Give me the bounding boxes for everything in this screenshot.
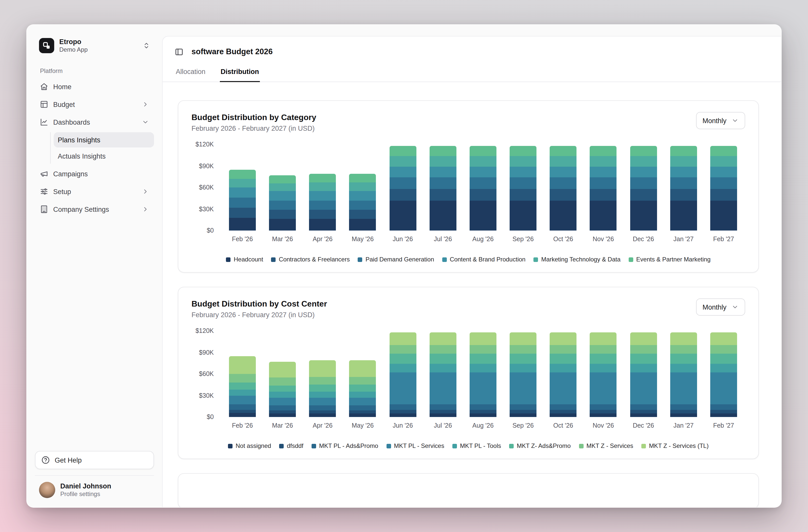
bar-segment[interactable] xyxy=(429,156,456,167)
bar-segment[interactable] xyxy=(710,372,737,404)
bar-segment[interactable] xyxy=(510,167,536,178)
bar-segment[interactable] xyxy=(429,410,456,414)
bar-segment[interactable] xyxy=(389,167,416,178)
bar-stack[interactable] xyxy=(670,146,697,231)
bar-segment[interactable] xyxy=(630,364,657,372)
bar-segment[interactable] xyxy=(309,406,336,411)
bar-segment[interactable] xyxy=(710,146,737,156)
bar-segment[interactable] xyxy=(269,183,296,191)
bar-segment[interactable] xyxy=(389,354,416,364)
bar-segment[interactable] xyxy=(510,414,536,417)
bar-segment[interactable] xyxy=(590,200,617,231)
bar-segment[interactable] xyxy=(550,354,577,364)
bar-segment[interactable] xyxy=(550,156,577,167)
bar-stack[interactable] xyxy=(309,174,336,231)
bar-stack[interactable] xyxy=(630,332,657,417)
bar-segment[interactable] xyxy=(309,410,336,413)
bar-segment[interactable] xyxy=(389,332,416,345)
bar-segment[interactable] xyxy=(389,404,416,410)
bar-segment[interactable] xyxy=(229,198,256,208)
bar-stack[interactable] xyxy=(269,362,296,417)
bar-segment[interactable] xyxy=(269,362,296,378)
bar-segment[interactable] xyxy=(309,414,336,417)
bar-segment[interactable] xyxy=(429,167,456,178)
bar-segment[interactable] xyxy=(309,210,336,219)
bar-segment[interactable] xyxy=(670,404,697,410)
bar-segment[interactable] xyxy=(710,404,737,410)
bar-stack[interactable] xyxy=(510,146,536,231)
bar-segment[interactable] xyxy=(429,364,456,372)
bar-segment[interactable] xyxy=(470,372,496,404)
tab-allocation[interactable]: Allocation xyxy=(175,66,206,81)
bar-segment[interactable] xyxy=(429,200,456,231)
bar-segment[interactable] xyxy=(229,179,256,187)
bar-segment[interactable] xyxy=(510,156,536,167)
bar-segment[interactable] xyxy=(309,219,336,231)
bar-segment[interactable] xyxy=(269,200,296,210)
bar-segment[interactable] xyxy=(309,182,336,191)
bar-segment[interactable] xyxy=(630,200,657,231)
bar-segment[interactable] xyxy=(389,345,416,354)
bar-segment[interactable] xyxy=(710,345,737,354)
bar-segment[interactable] xyxy=(309,174,336,182)
bar-segment[interactable] xyxy=(550,414,577,417)
sidebar-item-setup[interactable]: Setup xyxy=(35,183,154,200)
bar-segment[interactable] xyxy=(710,156,737,167)
bar-segment[interactable] xyxy=(470,414,496,417)
bar-segment[interactable] xyxy=(269,385,296,392)
bar-segment[interactable] xyxy=(429,189,456,200)
bar-stack[interactable] xyxy=(470,146,496,231)
bar-segment[interactable] xyxy=(670,167,697,178)
bar-segment[interactable] xyxy=(389,410,416,414)
bar-segment[interactable] xyxy=(470,410,496,414)
bar-stack[interactable] xyxy=(349,174,376,231)
bar-segment[interactable] xyxy=(710,189,737,200)
bar-stack[interactable] xyxy=(269,175,296,231)
bar-stack[interactable] xyxy=(229,356,256,417)
bar-segment[interactable] xyxy=(590,354,617,364)
bar-segment[interactable] xyxy=(269,378,296,385)
bar-segment[interactable] xyxy=(349,410,376,413)
tab-distribution[interactable]: Distribution xyxy=(220,66,260,81)
bar-stack[interactable] xyxy=(470,332,496,417)
bar-segment[interactable] xyxy=(269,414,296,417)
bar-segment[interactable] xyxy=(349,200,376,210)
bar-stack[interactable] xyxy=(429,332,456,417)
bar-stack[interactable] xyxy=(389,332,416,417)
bar-segment[interactable] xyxy=(389,364,416,372)
bar-segment[interactable] xyxy=(429,354,456,364)
bar-segment[interactable] xyxy=(550,410,577,414)
bar-segment[interactable] xyxy=(710,414,737,417)
profile-row[interactable]: Daniel Johnson Profile settings xyxy=(35,475,154,499)
sidebar-item-campaigns[interactable]: Campaigns xyxy=(35,166,154,182)
bar-segment[interactable] xyxy=(269,392,296,398)
bar-segment[interactable] xyxy=(670,345,697,354)
bar-segment[interactable] xyxy=(590,414,617,417)
bar-segment[interactable] xyxy=(229,169,256,179)
bar-segment[interactable] xyxy=(269,398,296,405)
bar-segment[interactable] xyxy=(309,360,336,377)
bar-segment[interactable] xyxy=(550,332,577,345)
bar-segment[interactable] xyxy=(630,410,657,414)
bar-segment[interactable] xyxy=(309,377,336,385)
bar-segment[interactable] xyxy=(389,372,416,404)
bar-segment[interactable] xyxy=(349,210,376,219)
bar-segment[interactable] xyxy=(510,332,536,345)
bar-stack[interactable] xyxy=(550,146,577,231)
bar-segment[interactable] xyxy=(229,396,256,404)
bar-segment[interactable] xyxy=(630,404,657,410)
bar-segment[interactable] xyxy=(630,189,657,200)
bar-segment[interactable] xyxy=(670,354,697,364)
bar-segment[interactable] xyxy=(710,354,737,364)
bar-segment[interactable] xyxy=(229,374,256,383)
bar-segment[interactable] xyxy=(630,167,657,178)
bar-segment[interactable] xyxy=(229,218,256,231)
bar-segment[interactable] xyxy=(590,146,617,156)
bar-segment[interactable] xyxy=(389,177,416,189)
bar-segment[interactable] xyxy=(349,377,376,385)
bar-segment[interactable] xyxy=(229,390,256,396)
bar-stack[interactable] xyxy=(349,360,376,417)
bar-segment[interactable] xyxy=(389,414,416,417)
bar-segment[interactable] xyxy=(309,398,336,405)
bar-segment[interactable] xyxy=(470,156,496,167)
